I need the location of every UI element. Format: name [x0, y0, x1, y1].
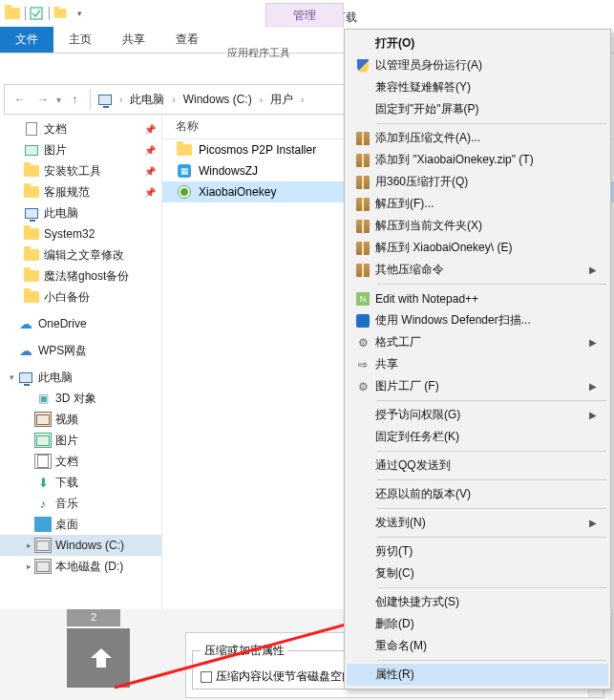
breadcrumb-seg-thispc[interactable]: 此电脑 [126, 92, 168, 108]
sidebar-wps[interactable]: ☁WPS网盘 [0, 340, 161, 361]
context-menu: 打开(O)以管理员身份运行(A)兼容性疑难解答(Y)固定到"开始"屏幕(P)添加… [344, 29, 611, 689]
item-icon [23, 205, 40, 221]
item-label: 3D 对象 [55, 391, 161, 407]
svg-rect-0 [31, 8, 42, 19]
sidebar-pc-item[interactable]: 文档 [0, 451, 161, 472]
menu-item[interactable]: 解压到(F)... [347, 193, 608, 215]
sidebar-pc-item[interactable]: ♪音乐 [0, 493, 161, 514]
nav-recent-dropdown-icon[interactable]: ▾ [54, 95, 63, 105]
menu-item[interactable]: 授予访问权限(G)▶ [347, 404, 608, 426]
item-icon [23, 289, 40, 305]
tab-view[interactable]: 查看 [160, 27, 214, 53]
menu-item[interactable]: 添加到 "XiaobaiOnekey.zip" (T) [347, 149, 608, 171]
pin-icon: 📌 [144, 166, 156, 177]
menu-item[interactable]: 发送到(N)▶ [347, 512, 608, 534]
chevron-right-icon[interactable]: › [168, 95, 179, 105]
menu-separator [377, 537, 606, 538]
item-icon: ☁ [17, 343, 34, 358]
item-label: 此电脑 [38, 370, 161, 386]
sidebar-pc-item[interactable]: ▣3D 对象 [0, 388, 161, 409]
menu-item[interactable]: 通过QQ发送到 [347, 455, 608, 477]
chevron-right-icon[interactable]: › [297, 95, 307, 105]
menu-item-label: 格式工厂 [375, 334, 589, 350]
sidebar-quick-item[interactable]: 文档📌 [0, 118, 161, 139]
chevron-right-icon[interactable]: › [256, 95, 266, 105]
tab-manage[interactable]: 管理 [265, 3, 344, 28]
menu-item-label: 解压到 XiaobaiOnekey\ (E) [375, 240, 597, 256]
folder-small-icon[interactable] [52, 5, 69, 22]
sidebar-quick-item[interactable]: 安装软工具📌 [0, 160, 161, 181]
menu-item[interactable]: 用360压缩打开(Q) [347, 171, 608, 193]
menu-item-label: 添加到 "XiaobaiOnekey.zip" (T) [375, 152, 597, 168]
menu-item-icon [350, 429, 375, 446]
menu-item-icon [350, 486, 375, 503]
menu-item[interactable]: 删除(D) [347, 613, 608, 635]
menu-item[interactable]: 创建快捷方式(S) [347, 591, 608, 613]
item-icon [23, 142, 40, 158]
menu-item-label: 重命名(M) [375, 638, 597, 654]
item-label: 桌面 [55, 517, 161, 533]
menu-item[interactable]: ⚙图片工厂 (F)▶ [347, 375, 608, 397]
expand-icon[interactable]: ▸ [23, 562, 34, 571]
sidebar-pc-item[interactable]: ⬇下载 [0, 472, 161, 493]
menu-item[interactable]: 以管理员身份运行(A) [347, 54, 608, 76]
tab-home[interactable]: 主页 [53, 27, 107, 53]
menu-item[interactable]: ⇨共享 [347, 353, 608, 375]
pin-icon: 📌 [144, 145, 156, 156]
item-label: 文档 [44, 121, 144, 138]
menu-item[interactable]: 重命名(M) [347, 635, 608, 657]
sidebar-onedrive[interactable]: ☁OneDrive [0, 313, 161, 334]
menu-item[interactable]: 固定到任务栏(K) [347, 426, 608, 448]
chevron-right-icon[interactable]: › [116, 95, 126, 105]
menu-item[interactable]: 其他压缩命令▶ [347, 259, 608, 281]
breadcrumb-seg-drive[interactable]: Windows (C:) [180, 93, 256, 106]
qat-dropdown-icon[interactable]: ▾ [71, 5, 88, 22]
sidebar-pc-item[interactable]: 视频 [0, 409, 161, 430]
tab-share[interactable]: 共享 [107, 27, 160, 53]
file-icon [176, 184, 193, 200]
menu-item[interactable]: ⚙格式工厂▶ [347, 331, 608, 353]
expand-icon[interactable]: ▸ [23, 541, 34, 550]
item-icon [34, 559, 52, 574]
menu-item[interactable]: 添加到压缩文件(A)... [347, 127, 608, 149]
sidebar-quick-item[interactable]: 编辑之文章修改 [0, 244, 161, 265]
panel-tab[interactable]: 2 [67, 609, 120, 626]
sidebar-thispc[interactable]: ▾此电脑 [0, 367, 161, 388]
breadcrumb-pc-icon[interactable] [95, 95, 116, 105]
compress-checkbox[interactable] [201, 671, 212, 683]
menu-item[interactable]: 还原以前的版本(V) [347, 483, 608, 505]
menu-item[interactable]: 兼容性疑难解答(Y) [347, 76, 608, 98]
menu-item[interactable]: 剪切(T) [347, 541, 608, 562]
submenu-arrow-icon: ▶ [589, 337, 597, 348]
sidebar-quick-item[interactable]: 客服规范📌 [0, 181, 161, 202]
sidebar-quick-item[interactable]: System32 [0, 223, 161, 244]
menu-item[interactable]: 固定到"开始"屏幕(P) [347, 98, 608, 120]
menu-item-icon [350, 515, 375, 532]
nav-up-icon[interactable]: ↑ [63, 88, 86, 111]
sidebar-quick-item[interactable]: 魔法猪ghost备份 [0, 265, 161, 286]
sidebar-pc-item[interactable]: 图片 [0, 430, 161, 451]
sidebar-quick-item[interactable]: 此电脑 [0, 202, 161, 223]
breadcrumb-seg-users[interactable]: 用户 [266, 92, 297, 108]
checkbox-icon[interactable] [28, 5, 45, 22]
menu-item-icon [350, 407, 375, 424]
tab-file[interactable]: 文件 [0, 27, 53, 53]
sidebar-pc-item[interactable]: ▸Windows (C:) [0, 535, 161, 556]
item-label: 小白备份 [44, 289, 161, 306]
menu-item[interactable]: 使用 Windows Defender扫描... [347, 309, 608, 331]
menu-item[interactable]: 解压到 XiaobaiOnekey\ (E) [347, 237, 608, 259]
separator [25, 7, 26, 20]
sidebar-quick-item[interactable]: 图片📌 [0, 139, 161, 160]
menu-item[interactable]: 复制(C) [347, 562, 608, 584]
menu-item[interactable]: 打开(O) [347, 32, 608, 54]
expand-icon[interactable]: ▾ [6, 372, 17, 382]
sidebar-pc-item[interactable]: 桌面 [0, 514, 161, 535]
menu-item[interactable]: NEdit with Notepad++ [347, 287, 608, 309]
sidebar-quick-item[interactable]: 小白备份 [0, 286, 161, 308]
menu-item[interactable]: 属性(R) [347, 664, 608, 686]
menu-item-label: 解压到当前文件夹(X) [375, 218, 597, 234]
nav-back-icon[interactable]: ← [9, 88, 32, 111]
menu-item[interactable]: 解压到当前文件夹(X) [347, 215, 608, 237]
menu-item-icon [350, 616, 375, 633]
sidebar-pc-item[interactable]: ▸本地磁盘 (D:) [0, 556, 161, 577]
